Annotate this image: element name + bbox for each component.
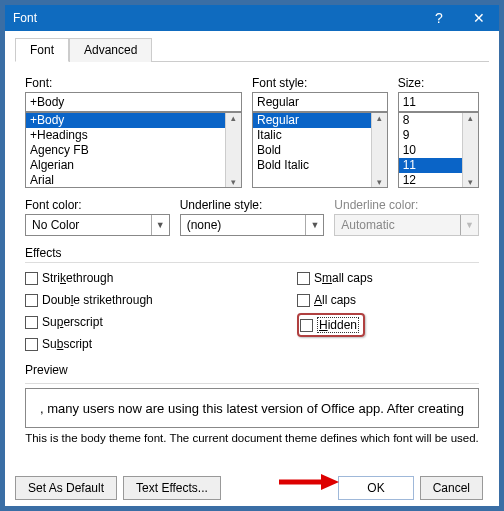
tabs: Font Advanced bbox=[15, 37, 489, 62]
ok-button[interactable]: OK bbox=[338, 476, 413, 500]
list-item[interactable]: 9 bbox=[399, 128, 462, 143]
list-item[interactable]: Italic bbox=[253, 128, 371, 143]
preview-label: Preview bbox=[25, 363, 479, 377]
hidden-highlight: Hidden bbox=[297, 313, 365, 337]
hidden-checkbox[interactable]: Hidden bbox=[300, 316, 359, 334]
list-item[interactable]: +Headings bbox=[26, 128, 225, 143]
font-color-dropdown[interactable]: No Color ▼ bbox=[25, 214, 170, 236]
svg-marker-1 bbox=[321, 474, 339, 490]
font-color-label: Font color: bbox=[25, 198, 170, 212]
font-label: Font: bbox=[25, 76, 242, 90]
underline-style-value: (none) bbox=[187, 218, 222, 232]
underline-style-label: Underline style: bbox=[180, 198, 325, 212]
window-title: Font bbox=[5, 11, 419, 25]
size-input[interactable] bbox=[398, 92, 479, 112]
underline-color-label: Underline color: bbox=[334, 198, 479, 212]
font-list[interactable]: +Body +Headings Agency FB Algerian Arial bbox=[25, 112, 242, 188]
chevron-down-icon: ▼ bbox=[305, 215, 323, 235]
preview-box: , many users now are using this latest v… bbox=[25, 388, 479, 428]
tab-font[interactable]: Font bbox=[15, 38, 69, 62]
list-item[interactable]: Bold Italic bbox=[253, 158, 371, 173]
size-label: Size: bbox=[398, 76, 479, 90]
list-item[interactable]: Arial bbox=[26, 173, 225, 188]
subscript-checkbox[interactable]: Subscript bbox=[25, 335, 207, 353]
titlebar: Font ? ✕ bbox=[5, 5, 499, 31]
font-picker-row: Font: +Body +Headings Agency FB Algerian… bbox=[25, 76, 479, 188]
cancel-button[interactable]: Cancel bbox=[420, 476, 483, 500]
font-color-value: No Color bbox=[32, 218, 79, 232]
arrow-annotation bbox=[279, 472, 339, 492]
underline-color-dropdown: Automatic ▼ bbox=[334, 214, 479, 236]
list-item[interactable]: Agency FB bbox=[26, 143, 225, 158]
small-caps-checkbox[interactable]: Small caps bbox=[297, 269, 373, 287]
list-item[interactable]: 12 bbox=[399, 173, 462, 188]
style-list[interactable]: Regular Italic Bold Bold Italic bbox=[252, 112, 388, 188]
dialog-body: Font Advanced Font: +Body +Headings Agen… bbox=[5, 31, 499, 506]
underline-color-value: Automatic bbox=[341, 218, 394, 232]
strikethrough-checkbox[interactable]: Strikethrough bbox=[25, 269, 207, 287]
list-item[interactable]: +Body bbox=[26, 113, 225, 128]
list-item[interactable]: Bold bbox=[253, 143, 371, 158]
chevron-down-icon: ▼ bbox=[151, 215, 169, 235]
scrollbar[interactable] bbox=[462, 113, 478, 187]
list-item[interactable]: 10 bbox=[399, 143, 462, 158]
effects-box: Strikethrough Double strikethrough Super… bbox=[25, 262, 479, 353]
superscript-checkbox[interactable]: Superscript bbox=[25, 313, 207, 331]
double-strikethrough-checkbox[interactable]: Double strikethrough bbox=[25, 291, 207, 309]
text-effects-button[interactable]: Text Effects... bbox=[123, 476, 221, 500]
list-item[interactable]: Algerian bbox=[26, 158, 225, 173]
preview-note: This is the body theme font. The current… bbox=[25, 432, 479, 444]
style-input[interactable] bbox=[252, 92, 388, 112]
set-as-default-button[interactable]: Set As Default bbox=[15, 476, 117, 500]
scrollbar[interactable] bbox=[371, 113, 387, 187]
scrollbar[interactable] bbox=[225, 113, 241, 187]
bottom-bar: Set As Default Text Effects... OK Cancel bbox=[15, 476, 489, 500]
style-label: Font style: bbox=[252, 76, 388, 90]
list-item[interactable]: Regular bbox=[253, 113, 371, 128]
help-button[interactable]: ? bbox=[419, 5, 459, 31]
chevron-down-icon: ▼ bbox=[460, 215, 478, 235]
list-item[interactable]: 8 bbox=[399, 113, 462, 128]
close-button[interactable]: ✕ bbox=[459, 5, 499, 31]
all-caps-checkbox[interactable]: All caps bbox=[297, 291, 356, 309]
effects-label: Effects bbox=[25, 246, 479, 260]
tab-advanced[interactable]: Advanced bbox=[69, 38, 152, 62]
list-item[interactable]: 11 bbox=[399, 158, 462, 173]
color-row: Font color: No Color ▼ Underline style: … bbox=[25, 198, 479, 236]
font-input[interactable] bbox=[25, 92, 242, 112]
size-list[interactable]: 8 9 10 11 12 bbox=[398, 112, 479, 188]
underline-style-dropdown[interactable]: (none) ▼ bbox=[180, 214, 325, 236]
